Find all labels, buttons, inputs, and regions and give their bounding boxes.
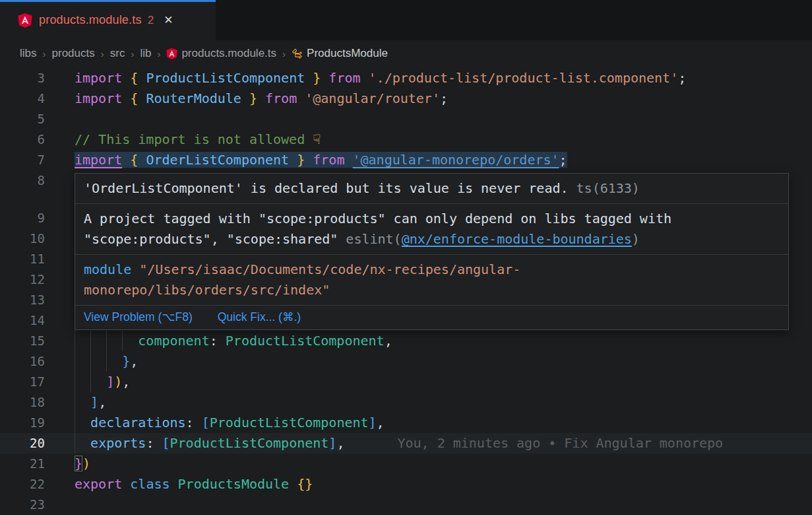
code-token: } bbox=[249, 90, 257, 106]
code-token: ; bbox=[678, 70, 686, 86]
breadcrumb-item-src[interactable]: src bbox=[110, 47, 125, 60]
code-token: // This import is not allowed bbox=[75, 131, 313, 147]
code-token bbox=[289, 152, 297, 168]
hover-actions: View Problem (⌥F8) Quick Fix... (⌘.) bbox=[75, 305, 788, 329]
tab-close-icon[interactable]: ✕ bbox=[164, 13, 173, 27]
code-token: { bbox=[130, 70, 138, 86]
code-line-6[interactable]: 6// This import is not allowed ☟ bbox=[0, 129, 812, 150]
quick-fix-button[interactable]: Quick Fix... (⌘.) bbox=[218, 309, 301, 325]
indent-guide bbox=[75, 413, 75, 433]
code-line-23[interactable]: 23 bbox=[0, 495, 812, 515]
breadcrumb-item-products-module-ts[interactable]: products.module.ts bbox=[166, 47, 276, 60]
angular-icon bbox=[166, 48, 177, 59]
code-line-21[interactable]: 21}) bbox=[0, 454, 812, 474]
code-line-16[interactable]: 16 }, bbox=[0, 351, 812, 372]
code-token: } bbox=[75, 456, 82, 471]
code-token: ) bbox=[82, 456, 90, 471]
breadcrumb-item-products[interactable]: products bbox=[52, 47, 95, 60]
line-number[interactable]: 13 bbox=[0, 290, 45, 310]
indent-guide bbox=[90, 351, 91, 372]
code-token: import bbox=[75, 70, 122, 86]
code-token bbox=[305, 152, 313, 168]
code-token: ProductListComponent bbox=[210, 415, 369, 430]
code-token: } bbox=[313, 70, 321, 86]
code-token: , bbox=[98, 394, 106, 410]
line-number[interactable]: 15 bbox=[0, 331, 45, 351]
code-line-15[interactable]: 15 component: ProductListComponent, bbox=[0, 331, 812, 351]
code-token: class bbox=[130, 476, 170, 492]
code-token: declarations bbox=[90, 415, 186, 430]
breadcrumb-item-productsmodule[interactable]: ProductsModule bbox=[292, 47, 388, 60]
line-number[interactable]: 9 bbox=[0, 208, 45, 228]
vscode-window: products.module.ts 2 ✕ libs›products›src… bbox=[0, 0, 812, 515]
indent-guide bbox=[90, 372, 91, 392]
line-number[interactable]: 4 bbox=[0, 88, 45, 109]
breadcrumb-item-libs[interactable]: libs bbox=[20, 47, 37, 60]
tab-bar: products.module.ts 2 ✕ bbox=[0, 0, 812, 40]
line-number[interactable]: 10 bbox=[0, 228, 45, 249]
line-number[interactable]: 6 bbox=[0, 129, 45, 150]
code-line-17[interactable]: 17 ]), bbox=[0, 372, 812, 392]
code-line-20[interactable]: 20 exports: [ProductListComponent],You, … bbox=[0, 433, 812, 454]
line-number[interactable]: 7 bbox=[0, 150, 45, 170]
view-problem-button[interactable]: View Problem (⌥F8) bbox=[84, 309, 193, 325]
module-path-line2: monorepo/libs/orders/src/index" bbox=[84, 282, 330, 298]
code-token bbox=[75, 415, 90, 430]
tab-products-module[interactable]: products.module.ts 2 ✕ bbox=[0, 0, 216, 40]
line-number[interactable]: 22 bbox=[0, 474, 45, 495]
code-token: from bbox=[313, 152, 344, 168]
line-content: import { OrderListComponent } from '@ang… bbox=[45, 150, 812, 170]
line-number[interactable]: 8 bbox=[0, 170, 45, 191]
line-number[interactable]: 16 bbox=[0, 351, 45, 372]
code-token: ProductsModule bbox=[178, 476, 290, 492]
indent-guide bbox=[106, 351, 107, 372]
error-message-section: 'OrderListComponent' is declared but its… bbox=[75, 174, 788, 203]
code-token: , bbox=[336, 435, 344, 451]
line-number[interactable]: 23 bbox=[0, 495, 45, 515]
line-content: }) bbox=[45, 454, 812, 474]
line-content: export class ProductsModule {} bbox=[45, 474, 812, 495]
line-number[interactable]: 11 bbox=[0, 249, 45, 269]
eslint-message-line1: A project tagged with "scope:products" c… bbox=[84, 211, 671, 226]
breadcrumb-separator: › bbox=[101, 48, 104, 59]
line-number[interactable]: 14 bbox=[0, 310, 45, 331]
indent-guide bbox=[75, 351, 75, 372]
code-line-5[interactable]: 5 bbox=[0, 109, 812, 129]
line-number[interactable]: 18 bbox=[0, 392, 45, 413]
code-token: { bbox=[130, 90, 138, 106]
code-token bbox=[138, 90, 146, 106]
code-token: './product-list/product-list.component' bbox=[369, 70, 679, 86]
eslint-message-line2: "scope:products", "scope:shared" bbox=[84, 231, 346, 247]
code-token bbox=[257, 90, 265, 106]
line-number[interactable]: 5 bbox=[0, 109, 45, 129]
code-token: [ bbox=[202, 415, 210, 430]
code-line-7[interactable]: 7import { OrderListComponent } from '@an… bbox=[0, 150, 812, 170]
code-token: ] bbox=[328, 435, 336, 451]
git-blame-annotation: You, 2 minutes ago • Fix Angular monorep… bbox=[397, 435, 723, 451]
breadcrumb-label: ProductsModule bbox=[307, 47, 388, 60]
code-token: ] bbox=[106, 374, 114, 390]
code-line-3[interactable]: 3import { ProductListComponent } from '.… bbox=[0, 68, 812, 88]
import-path-link[interactable]: '@angular-monorepo/orders' bbox=[353, 152, 559, 168]
indent-guide bbox=[75, 331, 75, 351]
eslint-rule-link[interactable]: @nx/enforce-module-boundaries bbox=[402, 231, 632, 247]
code-token: import bbox=[75, 90, 122, 106]
code-token: ProductListComponent bbox=[146, 70, 305, 86]
code-token bbox=[75, 394, 90, 410]
code-token: , bbox=[130, 353, 138, 369]
line-content: component: ProductListComponent, bbox=[45, 331, 812, 351]
code-token bbox=[170, 476, 178, 492]
code-line-22[interactable]: 22export class ProductsModule {} bbox=[0, 474, 812, 495]
breadcrumb-separator: › bbox=[43, 48, 46, 59]
code-line-18[interactable]: 18 ], bbox=[0, 392, 812, 413]
line-number[interactable]: 21 bbox=[0, 454, 45, 474]
line-number[interactable]: 3 bbox=[0, 68, 45, 88]
code-line-19[interactable]: 19 declarations: [ProductListComponent], bbox=[0, 413, 812, 433]
line-number[interactable]: 12 bbox=[0, 269, 45, 290]
code-token: component bbox=[138, 333, 209, 349]
line-number[interactable]: 20 bbox=[0, 433, 45, 454]
line-number[interactable]: 17 bbox=[0, 372, 45, 392]
breadcrumb-item-lib[interactable]: lib bbox=[140, 47, 151, 60]
code-line-4[interactable]: 4import { RouterModule } from '@angular/… bbox=[0, 88, 812, 109]
line-number[interactable]: 19 bbox=[0, 413, 45, 433]
